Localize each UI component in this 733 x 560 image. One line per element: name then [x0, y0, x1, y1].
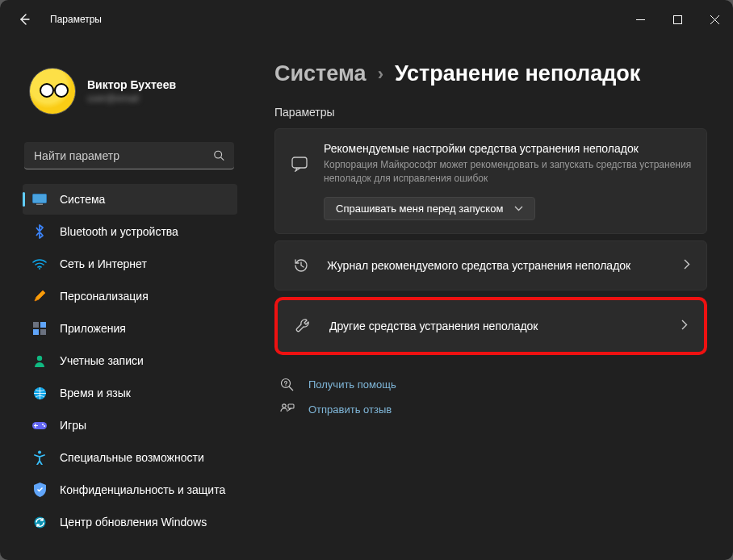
footer-links: Получить помощь Отправить отзыв	[274, 378, 707, 416]
feedback-icon	[279, 403, 295, 416]
nav-system[interactable]: Система	[23, 184, 237, 215]
shield-icon	[32, 483, 47, 497]
svg-rect-8	[40, 329, 46, 335]
svg-point-1	[215, 151, 222, 158]
breadcrumb-current: Устранение неполадок	[395, 61, 640, 86]
brush-icon	[32, 289, 47, 303]
svg-point-12	[42, 424, 44, 425]
nav-label: Конфиденциальность и защита	[60, 483, 225, 496]
apps-icon	[32, 321, 47, 336]
svg-rect-3	[36, 204, 43, 206]
svg-rect-20	[288, 404, 294, 408]
monitor-icon	[32, 192, 47, 207]
link-label: Журнал рекомендуемого средства устранени…	[327, 259, 668, 272]
nav-network[interactable]: Сеть и Интернет	[23, 249, 237, 279]
svg-point-13	[44, 425, 45, 427]
nav-label: Bluetooth и устройства	[60, 225, 178, 238]
nav-label: Специальные возможности	[60, 451, 204, 464]
footer-link-label: Отправить отзыв	[308, 403, 392, 416]
nav-apps[interactable]: Приложения	[23, 313, 237, 344]
svg-point-9	[37, 356, 42, 361]
nav-label: Центр обновления Windows	[60, 516, 207, 529]
back-button[interactable]	[16, 11, 32, 27]
profile-email: user@email	[87, 93, 176, 104]
card-title: Рекомендуемые настройки средства устране…	[324, 142, 692, 155]
breadcrumb: Система › Устранение неполадок	[274, 61, 707, 86]
nav-label: Игры	[60, 419, 86, 432]
close-button[interactable]	[696, 2, 733, 36]
maximize-button[interactable]	[659, 2, 696, 36]
profile-name: Виктор Бухтеев	[87, 78, 176, 91]
svg-rect-0	[673, 15, 681, 23]
close-icon	[710, 15, 719, 24]
avatar	[29, 68, 76, 115]
svg-point-4	[39, 268, 40, 270]
troubleshoot-mode-dropdown[interactable]: Спрашивать меня перед запуском	[324, 197, 535, 220]
nav-gaming[interactable]: Игры	[23, 410, 237, 441]
svg-point-18	[285, 385, 286, 386]
nav-label: Система	[60, 193, 105, 206]
get-help-link[interactable]: Получить помощь	[274, 378, 707, 392]
history-icon	[291, 257, 311, 274]
help-icon	[279, 378, 295, 392]
search-input[interactable]	[34, 149, 213, 162]
wifi-icon	[32, 257, 47, 271]
breadcrumb-parent[interactable]: Система	[274, 61, 366, 86]
nav-label: Время и язык	[60, 387, 131, 399]
nav-bluetooth[interactable]: Bluetooth и устройства	[23, 216, 237, 247]
svg-rect-7	[33, 329, 39, 335]
nav-label: Сеть и Интернет	[60, 257, 147, 270]
chevron-right-icon: ›	[378, 64, 383, 85]
nav-label: Учетные записи	[60, 354, 144, 367]
section-label: Параметры	[274, 106, 707, 119]
chevron-right-icon	[681, 319, 688, 333]
recommended-settings-card: Рекомендуемые настройки средства устране…	[274, 128, 707, 234]
nav-personalization[interactable]: Персонализация	[23, 281, 237, 311]
settings-window: Параметры Виктор Бухтеев user@email	[0, 0, 733, 560]
maximize-icon	[673, 15, 682, 24]
chat-icon	[290, 156, 309, 172]
minimize-icon	[636, 15, 645, 24]
bluetooth-icon	[32, 224, 47, 239]
svg-rect-6	[40, 322, 46, 328]
other-troubleshooters-link[interactable]: Другие средства устранения неполадок	[274, 297, 707, 355]
search-icon	[213, 149, 224, 161]
history-link[interactable]: Журнал рекомендуемого средства устранени…	[274, 240, 707, 290]
feedback-link[interactable]: Отправить отзыв	[274, 403, 707, 416]
nav-label: Персонализация	[60, 290, 149, 303]
footer-link-label: Получить помощь	[308, 378, 396, 391]
clock-globe-icon	[32, 386, 47, 400]
nav-windows-update[interactable]: Центр обновления Windows	[23, 507, 237, 537]
update-icon	[32, 515, 47, 529]
svg-rect-5	[33, 322, 39, 328]
nav-time-language[interactable]: Время и язык	[23, 378, 237, 408]
svg-rect-2	[33, 194, 47, 203]
nav-accessibility[interactable]: Специальные возможности	[23, 442, 237, 473]
svg-rect-16	[292, 157, 307, 168]
nav-label: Приложения	[60, 322, 126, 335]
main-panel: Система › Устранение неполадок Параметры…	[250, 39, 733, 560]
accessibility-icon	[32, 450, 47, 465]
svg-point-19	[283, 403, 286, 407]
nav-accounts[interactable]: Учетные записи	[23, 345, 237, 376]
svg-point-14	[38, 451, 41, 454]
person-icon	[32, 353, 47, 368]
wrench-icon	[294, 317, 313, 334]
nav-list: Система Bluetooth и устройства Сеть и Ин…	[0, 184, 245, 537]
gamepad-icon	[32, 418, 47, 433]
sidebar: Виктор Бухтеев user@email Система Blueto…	[0, 39, 250, 560]
card-subtitle: Корпорация Майкрософт может рекомендоват…	[324, 158, 692, 186]
nav-privacy[interactable]: Конфиденциальность и защита	[23, 474, 237, 505]
chevron-down-icon	[514, 206, 523, 211]
search-box[interactable]	[24, 142, 234, 169]
window-title: Параметры	[50, 14, 102, 25]
minimize-button[interactable]	[622, 2, 659, 36]
dropdown-value: Спрашивать меня перед запуском	[336, 203, 503, 215]
profile-block[interactable]: Виктор Бухтеев user@email	[0, 39, 245, 137]
chevron-right-icon	[684, 258, 690, 273]
link-label: Другие средства устранения неполадок	[329, 320, 665, 332]
arrow-left-icon	[18, 13, 31, 26]
titlebar: Параметры	[0, 0, 733, 39]
